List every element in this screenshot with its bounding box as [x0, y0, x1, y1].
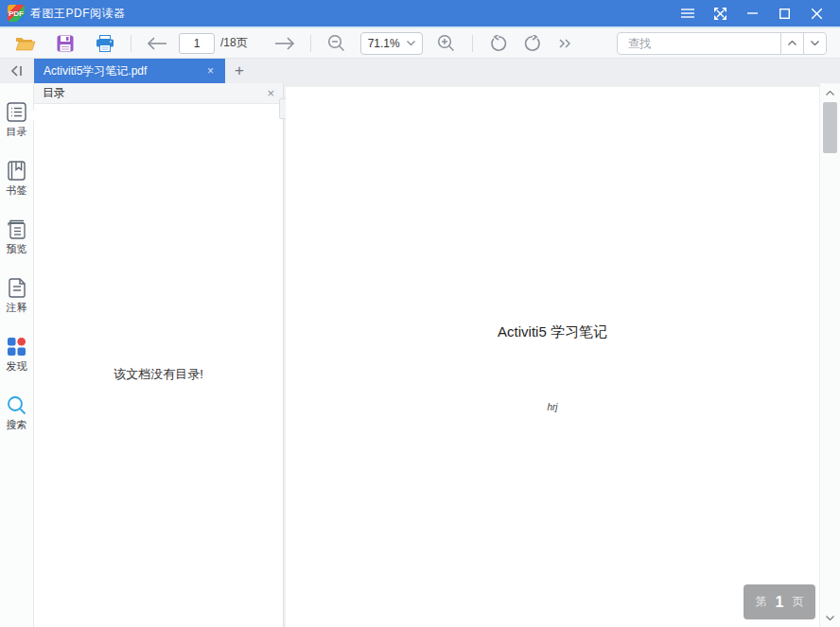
contents-panel: 目录 × 该文档没有目录!	[34, 83, 284, 627]
print-button[interactable]	[93, 31, 117, 56]
toolbar-separator	[472, 35, 473, 52]
app-logo-text: PDF	[9, 9, 24, 18]
main-area: 目录 书签 预览	[0, 83, 840, 627]
tab-label: Activiti5学习笔记.pdf	[44, 63, 205, 79]
search-input[interactable]	[628, 37, 775, 50]
panel-close-icon[interactable]: ×	[267, 86, 274, 100]
discover-icon	[7, 337, 26, 357]
search-panel-icon	[7, 395, 26, 415]
minimize-button[interactable]	[736, 0, 768, 26]
contents-panel-header: 目录 ×	[34, 83, 283, 104]
menu-icon[interactable]	[672, 0, 704, 26]
page-total-label: /18页	[220, 35, 248, 51]
zoom-out-button[interactable]	[324, 31, 349, 56]
more-tools-button[interactable]	[552, 31, 577, 56]
sidebar-item-bookmarks[interactable]: 书签	[0, 161, 34, 198]
page-indicator-number: 1	[776, 594, 784, 611]
page-indicator-badge: 第 1 页	[744, 584, 815, 619]
close-button[interactable]	[800, 0, 832, 26]
contents-icon	[7, 102, 26, 122]
rotate-left-button[interactable]	[486, 31, 511, 56]
chevron-down-icon	[407, 41, 415, 45]
rotate-right-button[interactable]	[520, 31, 545, 56]
zoom-level-select[interactable]: 71.1%	[360, 32, 423, 55]
fullscreen-icon[interactable]	[704, 0, 736, 26]
collapse-tabs-icon[interactable]	[0, 59, 34, 83]
sidebar-item-label: 预览	[7, 242, 27, 256]
toolbar: /18页 71.1%	[0, 28, 840, 59]
open-file-button[interactable]	[13, 31, 38, 56]
sidebar-item-label: 搜索	[7, 418, 27, 432]
toolbar-separator	[131, 35, 131, 52]
document-author: hrj	[286, 402, 819, 412]
app-title: 看图王PDF阅读器	[30, 6, 126, 22]
sidebar-item-label: 发现	[7, 359, 27, 374]
annotation-icon	[8, 278, 26, 298]
sidebar-item-discover[interactable]: 发现	[0, 337, 34, 374]
document-page[interactable]: Activiti5 学习笔记 hrj 第 1 页	[286, 83, 819, 627]
contents-panel-body: 该文档没有目录!	[34, 104, 283, 627]
toolbar-separator	[310, 35, 311, 52]
contents-panel-title: 目录	[43, 85, 267, 101]
tab-close-icon[interactable]: ×	[205, 64, 216, 78]
document-title: Activiti5 学习笔记	[286, 323, 819, 341]
next-page-button[interactable]	[272, 31, 297, 56]
page-number-input[interactable]	[179, 33, 215, 54]
preview-pages-icon	[7, 219, 27, 239]
maximize-button[interactable]	[768, 0, 800, 26]
zoom-level-value: 71.1%	[368, 37, 400, 50]
search-field[interactable]	[618, 37, 780, 50]
no-contents-message: 该文档没有目录!	[34, 366, 283, 383]
sidebar-item-label: 书签	[7, 183, 27, 198]
sidebar-item-search[interactable]: 搜索	[0, 395, 34, 432]
sidebar-item-label: 目录	[7, 125, 27, 139]
scrollbar-thumb[interactable]	[823, 102, 837, 153]
find-previous-button[interactable]	[780, 32, 803, 55]
sidebar-item-annotations[interactable]: 注释	[0, 278, 34, 315]
tab-bar: Activiti5学习笔记.pdf × +	[0, 59, 840, 83]
find-next-button[interactable]	[803, 32, 826, 55]
titlebar: PDF 看图王PDF阅读器	[0, 0, 840, 26]
zoom-in-button[interactable]	[434, 31, 459, 56]
scroll-up-icon[interactable]	[820, 85, 840, 100]
previous-page-button[interactable]	[145, 31, 169, 56]
search-box	[617, 32, 827, 55]
vertical-scrollbar[interactable]	[819, 83, 840, 627]
page-indicator-suffix: 页	[792, 594, 803, 610]
sidebar: 目录 书签 预览	[0, 83, 34, 627]
new-tab-button[interactable]: +	[225, 59, 254, 83]
app-logo-icon: PDF	[8, 5, 25, 22]
save-button[interactable]	[53, 31, 78, 56]
tab-activiti5[interactable]: Activiti5学习笔记.pdf ×	[34, 59, 225, 83]
sidebar-item-preview[interactable]: 预览	[0, 219, 34, 256]
scroll-down-icon[interactable]	[820, 610, 840, 625]
page-indicator-prefix: 第	[756, 594, 767, 610]
sidebar-item-label: 注释	[7, 301, 27, 315]
bookmark-icon	[7, 161, 26, 181]
